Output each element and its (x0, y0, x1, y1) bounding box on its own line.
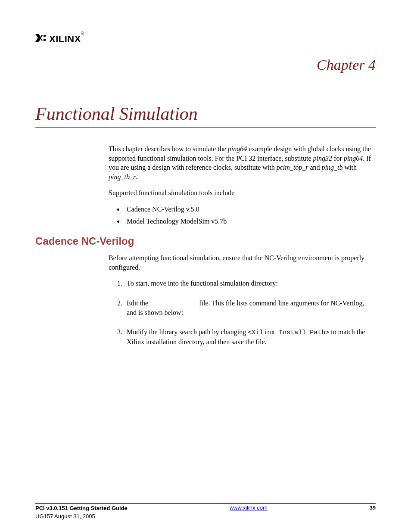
list-item: Model Technology ModelSim v5.7b (124, 217, 376, 226)
section-heading-cadence: Cadence NC-Verilog (35, 235, 376, 247)
section1-paragraph: Before attempting functional simulation,… (109, 253, 376, 272)
footer-divider (35, 503, 376, 504)
step-1: To start, move into the functional simul… (124, 279, 376, 288)
footer-doc-title: PCI v3.0.151 Getting Started Guide (35, 504, 128, 513)
intro-paragraph-1: This chapter describes how to simulate t… (109, 144, 376, 181)
step-2: Edit the file. This file lists command l… (124, 299, 376, 317)
intro-paragraph-2: Supported functional simulation tools in… (109, 188, 376, 198)
logo: XILINX® (35, 34, 376, 45)
chapter-title: Functional Simulation (35, 103, 376, 124)
footer-url-link[interactable]: www.xilinx.com (230, 504, 268, 511)
footer-page-number: 39 (370, 504, 376, 511)
title-divider (35, 128, 376, 128)
registered-mark-icon: ® (81, 31, 84, 36)
chapter-label: Chapter 4 (35, 57, 376, 73)
page-footer: PCI v3.0.151 Getting Started Guide UG157… (35, 504, 376, 521)
logo-text: XILINX® (49, 34, 84, 45)
xilinx-logo-icon (35, 34, 47, 44)
footer-doc-date: UG157 August 31, 2005 (35, 513, 128, 521)
footer-left: PCI v3.0.151 Getting Started Guide UG157… (35, 504, 128, 521)
code-literal: <Xilinx Install Path> (248, 329, 329, 336)
step-3: Modify the library search path by changi… (124, 327, 376, 347)
step-list: To start, move into the functional simul… (109, 279, 376, 347)
list-item: Cadence NC-Verilog v.5.0 (124, 205, 376, 214)
tool-list: Cadence NC-Verilog v.5.0 Model Technolog… (109, 205, 376, 226)
